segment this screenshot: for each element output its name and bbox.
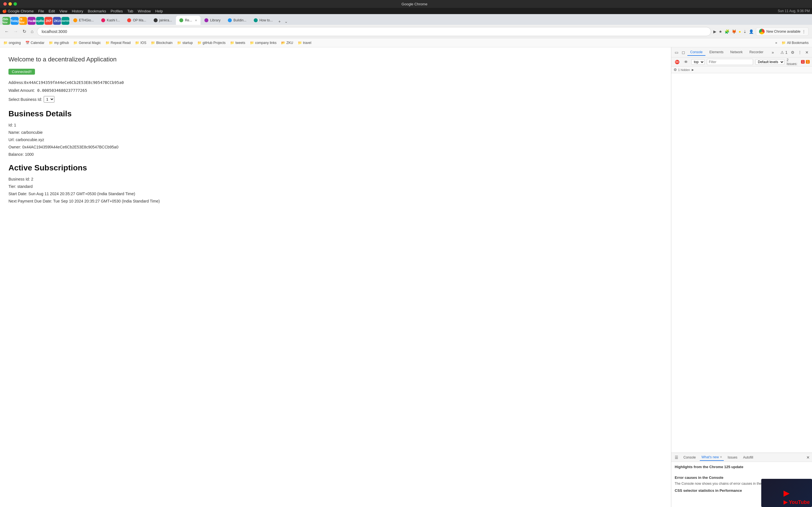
metamask-icon[interactable]: 🦊 (732, 29, 737, 34)
bookmark-zku[interactable]: 📂 ZKU (280, 40, 294, 45)
menu-bookmarks[interactable]: Bookmarks (88, 9, 106, 13)
download-icon[interactable]: ⇣ (743, 29, 747, 34)
menu-history[interactable]: History (72, 9, 83, 13)
fullscreen-button[interactable] (13, 2, 17, 6)
bookmark-label: Blockchain (156, 41, 172, 45)
profile-avatar-icon[interactable]: 👤 (749, 29, 754, 34)
bookmark-mygithub[interactable]: 📁 my github (48, 40, 70, 45)
pinned-tab-25thnov[interactable]: 25th Nov (2, 17, 10, 25)
settings-gear-icon[interactable]: ⚙ (673, 68, 677, 72)
screen-cast-icon[interactable]: ▶ (713, 29, 716, 34)
new-chrome-menu-icon[interactable]: ⋮ (802, 30, 806, 34)
bookmark-star-icon[interactable]: ★ (719, 29, 722, 34)
play-button-icon[interactable]: ▶ (783, 489, 790, 498)
whatsnew-close-icon[interactable]: ✕ (720, 455, 722, 459)
tab-building[interactable]: Buildin... (224, 16, 250, 25)
pinned-tab-today[interactable]: Today (11, 17, 18, 25)
pinned-tab-learning[interactable]: Learning (61, 17, 69, 25)
tab-label-ethgio: ETHGio... (79, 18, 94, 22)
bookmark-tweets[interactable]: 📁 tweets (229, 40, 246, 45)
url-input[interactable] (37, 27, 711, 36)
bookmarks-overflow[interactable]: » (774, 40, 778, 45)
devtools-issues-icon[interactable]: ⚠ 1 (779, 49, 789, 56)
menu-profiles[interactable]: Profiles (110, 9, 123, 13)
tab-howto[interactable]: How to... (250, 16, 276, 25)
menu-view[interactable]: View (59, 9, 67, 13)
new-chrome-banner[interactable]: New Chrome available ⋮ (756, 27, 809, 36)
tab-library[interactable]: Library (201, 16, 224, 25)
pinned-tab-zkp[interactable]: ZKP (45, 17, 52, 25)
bookmark-blockchain[interactable]: 📁 Blockchain (150, 40, 174, 45)
start-date-label: Start Date: (8, 191, 28, 196)
devtools-more-icon[interactable]: ⋮ (797, 49, 803, 56)
devtools-tab-network[interactable]: Network (727, 49, 746, 56)
bookmark-repeatread[interactable]: 📁 Repeat Read (104, 40, 132, 45)
bookmark-startup[interactable]: 📁 startup (176, 40, 194, 45)
bookmark-allbookmarks[interactable]: 📁 All Bookmarks (780, 40, 810, 45)
devtools-filter-input[interactable] (707, 59, 753, 65)
devtools-levels-select[interactable]: Default levels (755, 59, 784, 65)
connected-badge: Connected!! (8, 69, 35, 75)
menu-help[interactable]: Help (155, 9, 163, 13)
devtools-more-tabs-icon[interactable]: » (770, 49, 775, 56)
devtools-tab-console[interactable]: Console (688, 49, 705, 56)
bookmark-ongoing[interactable]: 📁 ongoing (2, 40, 22, 45)
bookmark-generalmagic[interactable]: 📁 General Magic (72, 40, 102, 45)
new-tab-button[interactable]: + (276, 18, 282, 25)
tab-ethgio[interactable]: ETHGio... (70, 16, 97, 25)
minimize-button[interactable] (8, 2, 12, 6)
tab-jainkra[interactable]: jainkra... (150, 16, 175, 25)
bookmark-label: startup (183, 41, 193, 45)
tab-opma[interactable]: OP Ma... (124, 16, 149, 25)
devtools-device-icon[interactable]: ◻ (680, 49, 686, 56)
pinned-tab-29nov[interactable]: 29 Nov (19, 17, 27, 25)
pinned-tab-deepread[interactable]: DeepRead (36, 17, 44, 25)
devtools-inspect-icon[interactable]: ▭ (673, 49, 679, 56)
menu-edit[interactable]: Edit (49, 9, 55, 13)
bottom-tab-console[interactable]: Console (682, 454, 698, 460)
id-line: Id: 1 (8, 123, 663, 127)
tab-favicon-ethgio (73, 18, 77, 22)
extension-icon-yellow[interactable]: ● (739, 29, 741, 34)
bookmark-calendar[interactable]: 📅 Calendar (24, 40, 46, 45)
menu-tab[interactable]: Tab (128, 9, 133, 13)
devtools-settings-icon[interactable]: ⚙ (790, 49, 796, 56)
bookmark-ios[interactable]: 📁 IOS (134, 40, 147, 45)
close-button[interactable] (3, 2, 7, 6)
bottom-tab-issues[interactable]: Issues (726, 454, 739, 460)
devtools-eye-icon[interactable]: 👁 (683, 59, 689, 65)
devtools-expand-arrow[interactable]: ► (690, 67, 696, 72)
video-thumbnail[interactable]: ▶ ▶ YouTube (761, 479, 812, 507)
devtools-close-icon[interactable]: ✕ (804, 49, 810, 56)
bookmark-githubprojects[interactable]: 📁 gitHub Projects (196, 40, 227, 45)
devtools-console-body[interactable] (671, 73, 812, 453)
menu-window[interactable]: Window (138, 9, 151, 13)
pinned-tab-zku[interactable]: ZKU (53, 17, 61, 25)
devtools-prohibit-icon[interactable]: ⛔ (673, 59, 680, 65)
tab-re-active[interactable]: Re... ✕ (176, 16, 200, 25)
folder-icon: 📁 (197, 41, 202, 45)
highlights-text: Highlights from the Chrome 125 update (675, 465, 809, 469)
bottom-tab-whatsnew[interactable]: What's new ✕ (700, 454, 724, 461)
home-button[interactable]: ⌂ (30, 28, 35, 35)
refresh-button[interactable]: ↻ (21, 27, 28, 35)
url-line: Url: carboncubie.xyz (8, 137, 663, 142)
menu-chrome[interactable]: 🍎 Google Chrome (2, 9, 34, 13)
menu-file[interactable]: File (38, 9, 44, 13)
biz-id-line: Business Id: 2 (8, 177, 663, 181)
tab-kashi[interactable]: Kashi I... (98, 16, 123, 25)
devtools-tab-recorder[interactable]: Recorder (747, 49, 766, 56)
back-button[interactable]: ← (3, 28, 10, 35)
id-value: 1 (14, 123, 16, 127)
business-id-select[interactable]: 1 2 3 (44, 96, 54, 103)
bottom-tab-autofill[interactable]: Autofill (741, 454, 755, 460)
devtools-context-select[interactable]: top (691, 59, 705, 65)
devtools-tab-elements[interactable]: Elements (707, 49, 726, 56)
bottom-panel-close-icon[interactable]: ✕ (806, 455, 810, 460)
tab-list-button[interactable]: ⌄ (283, 18, 290, 25)
bottom-panel-menu-icon[interactable]: ☰ (673, 454, 679, 461)
tab-close-re[interactable]: ✕ (195, 19, 197, 22)
bookmark-travel[interactable]: 📁 travel (297, 40, 312, 45)
bookmark-companylinks[interactable]: 📁 company links (249, 40, 278, 45)
forward-button[interactable]: → (12, 28, 19, 35)
